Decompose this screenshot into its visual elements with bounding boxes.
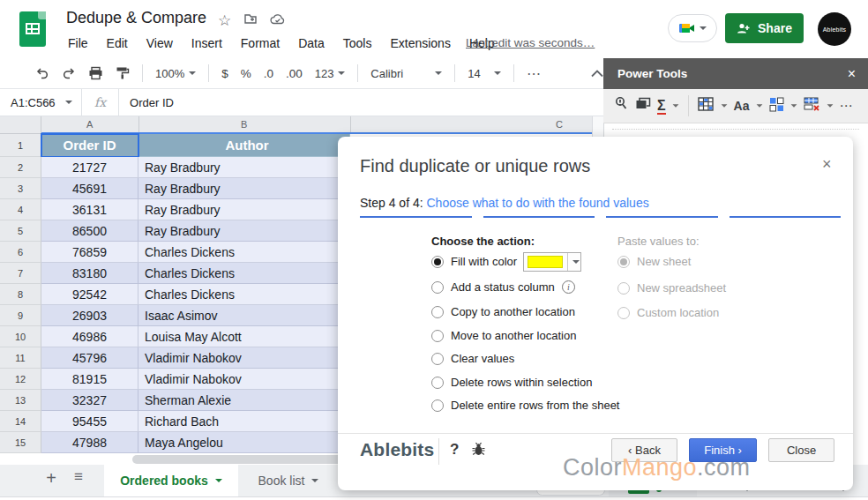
google-sheets-icon[interactable] (19, 11, 46, 47)
row-header[interactable]: 6 (0, 242, 41, 263)
menu-edit[interactable]: Edit (103, 34, 131, 52)
cell-order-id[interactable]: 46986 (41, 326, 138, 347)
table-tools-caret-icon[interactable] (721, 104, 727, 107)
row-header[interactable]: 7 (0, 263, 41, 284)
info-icon[interactable]: i (562, 280, 575, 294)
all-sheets-button[interactable]: ≡ (69, 468, 88, 486)
add-sheet-button[interactable]: + (42, 468, 60, 489)
row-header[interactable]: 5 (0, 220, 41, 242)
column-header-a[interactable]: A (86, 119, 93, 130)
cell-order-id[interactable]: 81915 (41, 369, 138, 390)
menu-format[interactable]: Format (237, 34, 283, 52)
menu-insert[interactable]: Insert (188, 34, 226, 52)
cell-author[interactable]: Charles Dickens (138, 284, 350, 305)
share-button[interactable]: Share (725, 13, 804, 43)
toolbar-more-button[interactable]: ⋯ (527, 65, 542, 82)
sum-calc-icon[interactable]: Σ (657, 98, 666, 115)
menu-data[interactable]: Data (295, 34, 328, 52)
menu-file[interactable]: File (64, 34, 92, 52)
name-box[interactable]: A1:C566 (0, 96, 81, 109)
radio-add-status-column[interactable]: Add a status column i (431, 280, 575, 294)
cell-order-id[interactable]: 26903 (41, 305, 138, 326)
cell-author[interactable]: Ray Bradbury (138, 178, 350, 199)
cell-a1[interactable]: Order ID (41, 134, 138, 157)
menu-view[interactable]: View (143, 34, 176, 52)
cell-author[interactable]: Vladimir Nabokov (138, 369, 350, 390)
row-header[interactable]: 2 (0, 157, 41, 178)
radio-icon[interactable] (431, 306, 444, 318)
increase-decimal-button[interactable]: .00 (286, 67, 303, 80)
cell-order-id[interactable]: 36131 (41, 199, 138, 220)
select-all-corner[interactable] (0, 116, 41, 134)
format-currency-button[interactable]: $ (221, 67, 228, 80)
font-size-select[interactable]: 14 (468, 67, 501, 80)
cell-author[interactable]: Charles Dickens (138, 263, 350, 284)
cell-order-id[interactable]: 45796 (41, 347, 138, 369)
power-tools-close-icon[interactable]: × (848, 66, 856, 82)
cell-author[interactable]: Charles Dickens (138, 242, 350, 263)
cell-order-id[interactable]: 86500 (41, 220, 138, 242)
paint-format-icon[interactable] (116, 66, 130, 80)
row-header[interactable]: 8 (0, 284, 41, 305)
document-title[interactable]: Dedupe & Compare (66, 9, 206, 27)
decrease-decimal-button[interactable]: .0 (264, 67, 273, 80)
row-header[interactable]: 4 (0, 199, 41, 220)
row-header[interactable]: 3 (0, 178, 41, 199)
row-header-1[interactable]: 1 (0, 134, 41, 157)
star-icon[interactable]: ☆ (218, 11, 231, 30)
row-header[interactable]: 13 (0, 390, 41, 411)
cloud-status-icon[interactable] (270, 12, 286, 30)
move-folder-icon[interactable] (243, 11, 258, 30)
cell-order-id[interactable]: 45691 (41, 178, 138, 199)
cell-author[interactable]: Maya Angelou (138, 432, 350, 453)
radio-move-to-location[interactable]: Move to another location (431, 329, 576, 342)
cell-author[interactable]: Louisa May Alcott (138, 326, 350, 347)
zoom-select[interactable]: 100% (155, 67, 196, 80)
collapse-toolbar-icon[interactable] (591, 70, 603, 78)
radio-icon[interactable] (431, 353, 444, 365)
cell-author[interactable]: Sherman Alexie (138, 390, 350, 411)
radio-fill-with-color[interactable]: Fill with color (431, 255, 517, 268)
radio-icon[interactable] (431, 377, 444, 389)
account-avatar[interactable]: Ablebits (818, 12, 851, 46)
undo-icon[interactable] (35, 66, 49, 80)
radio-clear-values[interactable]: Clear values (431, 352, 514, 365)
last-edit-link[interactable]: Last edit was seconds… (466, 36, 595, 49)
split-tools-caret-icon[interactable] (790, 104, 797, 107)
analyze-icon[interactable] (614, 96, 629, 116)
print-icon[interactable] (88, 66, 103, 80)
sheet-tab-ordered-books[interactable]: Ordered books (104, 465, 238, 496)
help-icon[interactable]: ? (450, 441, 459, 459)
row-header[interactable]: 14 (0, 411, 41, 432)
delete-tools-caret-icon[interactable] (827, 104, 833, 107)
row-header[interactable]: 12 (0, 369, 41, 390)
delete-tools-icon[interactable] (804, 97, 820, 116)
column-header-c[interactable]: C (556, 119, 563, 130)
panel-more-icon[interactable]: ⋯ (840, 98, 854, 114)
font-select[interactable]: Calibri (370, 67, 442, 80)
workspace-icon[interactable] (635, 97, 651, 115)
meet-call-button[interactable] (668, 14, 717, 42)
row-header[interactable]: 10 (0, 326, 41, 347)
radio-selected-icon[interactable] (431, 256, 444, 268)
cell-author[interactable]: Ray Bradbury (138, 157, 350, 178)
redo-icon[interactable] (62, 66, 76, 80)
cell-order-id[interactable]: 47988 (41, 432, 138, 453)
cell-b1[interactable]: Author (138, 134, 350, 157)
cell-author[interactable]: Vladimir Nabokov (138, 347, 350, 369)
cell-author[interactable]: Isaac Asimov (138, 305, 350, 326)
dialog-close-icon[interactable]: × (822, 155, 832, 174)
radio-icon[interactable] (431, 399, 444, 412)
sheet-tab-book-list[interactable]: Book list (240, 465, 337, 496)
text-tools-icon[interactable]: Aa (734, 99, 750, 113)
row-header[interactable]: 11 (0, 347, 41, 369)
cell-order-id[interactable]: 95455 (41, 411, 138, 432)
row-header[interactable]: 15 (0, 432, 41, 453)
cell-author[interactable]: Richard Bach (138, 411, 350, 432)
fill-color-dropdown[interactable] (523, 252, 581, 272)
cell-order-id[interactable]: 21727 (41, 157, 138, 178)
split-tools-icon[interactable] (769, 97, 784, 116)
radio-icon[interactable] (431, 330, 444, 342)
cell-author[interactable]: Ray Bradbury (138, 199, 350, 220)
menu-extensions[interactable]: Extensions (386, 34, 453, 52)
